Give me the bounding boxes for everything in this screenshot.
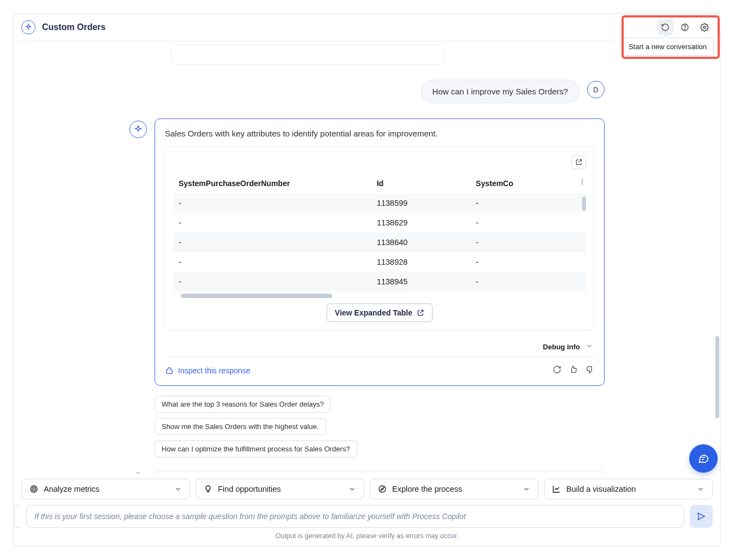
help-icon[interactable] [677,19,693,35]
table-hscroll-track[interactable] [181,294,578,298]
table-row: -1138629- [173,213,586,233]
svg-point-1 [684,29,685,29]
column-header[interactable]: SystemPurchaseOrderNumber [173,174,371,193]
data-table-card: SystemPurchaseOrderNumber Id SystemCo -1… [165,147,594,330]
svg-point-5 [582,183,583,184]
chart-icon [552,485,561,493]
scrollbar-thumb[interactable] [715,336,719,418]
chevron-down-icon [523,485,530,493]
view-expanded-table-button[interactable]: View Expanded Table [327,303,433,322]
gear-icon[interactable] [696,19,713,35]
sparkle-icon [129,121,147,138]
regenerate-icon[interactable] [553,365,561,376]
send-button[interactable] [690,505,713,528]
table-row: -1138640- [173,233,586,252]
compass-icon [378,485,387,493]
thumbs-down-icon[interactable] [585,365,594,376]
target-icon [29,485,38,493]
app-frame: Custom Orders Start a new conversation H… [13,13,721,547]
table-vscroll-thumb[interactable] [582,196,586,211]
sparkle-icon [129,473,147,473]
table-hscroll-thumb[interactable] [181,294,332,298]
svg-point-9 [379,486,386,492]
topbar: Custom Orders Start a new conversation [14,14,720,41]
table-row: -1138928- [173,252,586,272]
table-row: -1138599- [173,193,586,213]
svg-point-4 [582,181,583,182]
previous-card-partial [171,45,444,64]
inspect-response-link[interactable]: Inspect this response [165,366,250,375]
table-row: -1138945- [173,272,586,291]
ai-response-card: Sales Orders with key attributes to iden… [155,118,605,386]
open-external-icon[interactable] [572,155,586,169]
chat-fab-button[interactable] [689,444,718,473]
data-table: SystemPurchaseOrderNumber Id SystemCo -1… [173,174,586,291]
chat-scroll-area[interactable]: How can I improve my Sales Orders? D Sal… [14,41,720,473]
svg-point-3 [582,179,583,180]
dropdown-build-visualization[interactable]: Build a visualization [544,479,713,499]
suggestion-chip[interactable]: Show me the Sales Orders with the highes… [155,418,326,435]
user-message-bubble: How can I improve my Sales Orders? [421,80,579,103]
dropdown-explore-process[interactable]: Explore the process [370,479,538,499]
svg-point-2 [703,26,706,28]
refresh-icon[interactable] [657,19,673,35]
response-footer: Inspect this response [165,358,594,376]
chevron-down-icon [697,485,705,493]
user-avatar: D [587,81,605,98]
chevron-down-icon [174,485,182,493]
user-message-row: How can I improve my Sales Orders? D [129,80,605,103]
feedback-row: Hi there! I'd really appreciate your fee… [129,470,605,473]
sparkle-logo-icon [21,20,35,34]
dropdown-analyze-metrics[interactable]: Analyze metrics [21,479,190,499]
more-vertical-icon[interactable] [578,178,586,187]
suggestion-chip[interactable]: What are the top 3 reasons for Sales Ord… [155,396,331,413]
chevron-down-icon [348,485,356,493]
thumbs-up-icon[interactable] [569,365,578,376]
prompt-input[interactable]: If this is your first session, please ch… [26,505,684,528]
column-header[interactable]: SystemCo [470,174,586,193]
top-actions [657,19,713,35]
bottom-panel: Analyze metrics Find opportunities Explo… [14,473,720,546]
feedback-card: Hi there! I'd really appreciate your fee… [155,470,605,473]
suggestion-chip[interactable]: How can I optimize the fulfillment proce… [155,440,357,457]
ai-response-text: Sales Orders with key attributes to iden… [165,129,594,138]
dropdown-find-opportunities[interactable]: Find opportunities [196,479,364,499]
page-title: Custom Orders [42,22,105,32]
lightbulb-icon [204,485,212,493]
prompt-category-row: Analyze metrics Find opportunities Explo… [21,479,713,499]
input-left-tab[interactable] [14,505,21,528]
chevron-down-icon [585,342,593,352]
ai-disclaimer: Output is generated by AI, please verify… [21,532,713,540]
column-header[interactable]: Id [371,174,470,193]
suggestion-list: What are the top 3 reasons for Sales Ord… [155,396,605,457]
svg-point-8 [33,488,34,489]
ai-response-row: Sales Orders with key attributes to iden… [129,118,605,386]
debug-info-toggle[interactable]: Debug info [165,332,594,358]
